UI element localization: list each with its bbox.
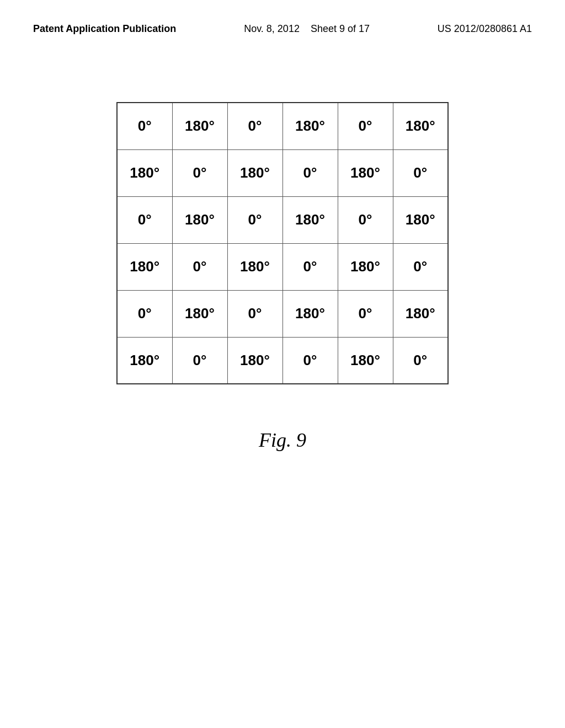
grid-cell: 0°	[227, 103, 282, 149]
figure-label: Fig. 9	[259, 429, 306, 452]
grid-cell: 180°	[117, 243, 172, 290]
table-row: 180°0°180°0°180°0°	[117, 243, 448, 290]
grid-cell: 0°	[172, 149, 227, 196]
grid-cell: 0°	[338, 196, 393, 243]
grid-cell: 180°	[172, 196, 227, 243]
grid-cell: 0°	[117, 103, 172, 149]
grid-cell: 0°	[282, 149, 338, 196]
main-content: 0°180°0°180°0°180°180°0°180°0°180°0°0°18…	[0, 36, 565, 452]
grid-cell: 0°	[117, 290, 172, 337]
grid-cell: 180°	[338, 337, 393, 384]
page-container: Patent Application Publication Nov. 8, 2…	[0, 0, 565, 728]
header: Patent Application Publication Nov. 8, 2…	[0, 0, 565, 36]
table-row: 0°180°0°180°0°180°	[117, 103, 448, 149]
grid-cell: 180°	[282, 196, 338, 243]
grid-cell: 180°	[338, 149, 393, 196]
grid-cell: 180°	[393, 103, 448, 149]
grid-cell: 0°	[338, 103, 393, 149]
grid-cell: 180°	[117, 337, 172, 384]
table-row: 180°0°180°0°180°0°	[117, 149, 448, 196]
grid-cell: 0°	[117, 196, 172, 243]
header-right: US 2012/0280861 A1	[438, 22, 532, 36]
publication-label: Patent Application Publication	[33, 23, 176, 34]
grid-cell: 0°	[282, 243, 338, 290]
table-row: 0°180°0°180°0°180°	[117, 290, 448, 337]
patent-number: US 2012/0280861 A1	[438, 23, 532, 34]
grid-cell: 0°	[172, 243, 227, 290]
grid-cell: 180°	[338, 243, 393, 290]
grid-cell: 180°	[227, 243, 282, 290]
grid-cell: 180°	[282, 290, 338, 337]
grid-cell: 0°	[393, 149, 448, 196]
sheet-info: Sheet 9 of 17	[311, 23, 370, 34]
table-row: 180°0°180°0°180°0°	[117, 337, 448, 384]
grid-cell: 180°	[172, 103, 227, 149]
grid-cell: 0°	[338, 290, 393, 337]
angle-grid-table: 0°180°0°180°0°180°180°0°180°0°180°0°0°18…	[116, 102, 449, 384]
grid-cell: 0°	[172, 337, 227, 384]
grid-cell: 180°	[117, 149, 172, 196]
grid-cell: 180°	[227, 149, 282, 196]
grid-cell: 0°	[227, 196, 282, 243]
grid-cell: 180°	[227, 337, 282, 384]
table-row: 0°180°0°180°0°180°	[117, 196, 448, 243]
grid-cell: 0°	[393, 243, 448, 290]
publication-date: Nov. 8, 2012	[244, 23, 300, 34]
grid-cell: 0°	[393, 337, 448, 384]
header-center: Nov. 8, 2012 Sheet 9 of 17	[244, 22, 370, 36]
header-left: Patent Application Publication	[33, 22, 176, 36]
grid-cell: 0°	[282, 337, 338, 384]
grid-cell: 180°	[393, 196, 448, 243]
grid-cell: 180°	[172, 290, 227, 337]
grid-cell: 180°	[393, 290, 448, 337]
grid-cell: 0°	[227, 290, 282, 337]
grid-cell: 180°	[282, 103, 338, 149]
